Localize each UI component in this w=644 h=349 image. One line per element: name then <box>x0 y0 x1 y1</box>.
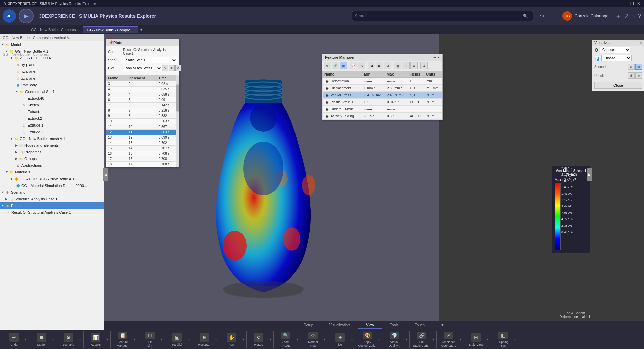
tree-item-nodes[interactable]: ▶ ⬜ Nodes and Elements <box>0 142 104 149</box>
viz-grid-btn1[interactable]: ⊞ <box>628 64 635 70</box>
tree-item-extract2[interactable]: — Extract.2 <box>0 115 104 122</box>
plots-scrollbar[interactable] <box>176 75 179 167</box>
tool-dropdown-pan[interactable]: ▾ <box>241 332 245 348</box>
step-select[interactable]: Static Step.1 <box>123 57 177 63</box>
plots-header[interactable]: 📌 Plots <box>106 39 179 46</box>
tree-item-mat-sim[interactable]: 🔷 GG - Material Simulation Domain0000... <box>0 182 104 189</box>
tab-add-button[interactable]: + <box>138 26 145 33</box>
tree-item-gg-mesh[interactable]: ▼ 📁 GG - New Bottle - mesh A.1 <box>0 135 104 142</box>
tree-item-gg-hdpe[interactable]: ▼ 🔶 GG - HDPE (GG - New Bottle A.1) <box>0 176 104 182</box>
share-icon[interactable]: ↗ <box>624 12 629 20</box>
home-icon[interactable]: ⌂ <box>632 13 635 20</box>
fm-refresh-btn[interactable]: ↺ <box>324 62 331 69</box>
tool-button-ambience-overload...[interactable]: ☀AmbienceOverload... <box>439 332 459 348</box>
plot-eye-btn[interactable]: 👁 <box>169 65 175 71</box>
bottom-tab-view[interactable]: View <box>358 321 382 329</box>
tool-dropdown-model[interactable]: ▾ <box>51 332 55 348</box>
plot-edit-btn[interactable]: ✎ <box>162 65 168 71</box>
plots-scroll-thumb[interactable] <box>176 84 179 112</box>
table-row[interactable]: 12110.663 s <box>106 130 179 135</box>
fm-export-btn[interactable]: ⬇ <box>420 62 428 69</box>
search-input[interactable] <box>355 14 521 18</box>
table-row[interactable]: 1090.503 s <box>106 119 179 124</box>
table-row[interactable]: 870.218 s <box>106 108 179 113</box>
fm-filter-btn[interactable]: ▦ <box>394 62 401 69</box>
viz-close-button[interactable]: Close <box>594 82 642 89</box>
tree-item-result[interactable]: ▼ ◉ Result <box>0 202 104 209</box>
right-expand-button[interactable]: ▶ <box>587 168 592 181</box>
tool-button-zoom-in-out[interactable]: 🔍ZoomIn Out <box>276 332 296 348</box>
tool-dropdown-visual-quality...[interactable]: ▾ <box>405 332 408 348</box>
tree-item-extract1[interactable]: — Extract.1 <box>0 108 104 115</box>
table-row[interactable]: 320.02 s <box>106 81 179 87</box>
tool-dropdown-recenter[interactable]: ▾ <box>214 332 218 348</box>
tool-dropdown-scenario[interactable]: ▾ <box>78 332 82 348</box>
table-row[interactable]: 760.142 s <box>106 103 179 108</box>
search-icon[interactable]: 🔍 <box>521 11 530 21</box>
viz-close-icon[interactable]: × <box>640 41 642 45</box>
tool-dropdown-results[interactable]: ▾ <box>106 332 109 348</box>
tool-button-link-static-cam...[interactable]: 🔗LinkStatic Cam... <box>412 332 432 348</box>
table-row[interactable]: 17160.708 s <box>106 156 179 162</box>
table-row[interactable]: 16150.708 s <box>106 151 179 156</box>
fm-compare-btn[interactable]: ≡ <box>410 62 418 69</box>
left-collapse-button[interactable]: ◀ <box>103 168 108 181</box>
tool-dropdown-feature-manager[interactable]: ▾ <box>133 332 136 348</box>
fm-table-btn[interactable]: ⊞ <box>340 62 347 69</box>
col-increment[interactable]: Increment <box>127 75 157 81</box>
minimize-button[interactable]: ─ <box>623 1 628 6</box>
tool-dropdown-normal-view[interactable]: ▾ <box>323 332 326 348</box>
fm-col-max[interactable]: Max <box>385 71 408 78</box>
tool-dropdown-parallel[interactable]: ▾ <box>187 332 191 348</box>
viz-result-btn1[interactable]: ◉ <box>628 72 635 79</box>
tool-button-rotate[interactable]: ↻Rotate <box>249 332 269 348</box>
table-row[interactable]: 15140.707 s <box>106 146 179 151</box>
tree-item-xy-plane[interactable]: ▱ xy plane <box>0 61 104 68</box>
tree-item-properties[interactable]: ▶ 📋 Properties <box>0 149 104 155</box>
tool-button-parallel[interactable]: ▣Parallel <box>167 332 187 348</box>
table-row[interactable]: ◉Von Mi...tress.1 3.4...N_m2 2.4...N_m2 … <box>323 92 442 99</box>
tool-dropdown-undo[interactable]: ▾ <box>24 332 28 348</box>
viz-result-btn2[interactable]: ◈ <box>635 72 642 79</box>
table-row[interactable]: 430.035 s <box>106 87 179 92</box>
tool-dropdown-zoom-in-out[interactable]: ▾ <box>296 332 299 348</box>
bottom-tab-more[interactable]: ▼ <box>433 321 452 329</box>
table-row[interactable]: ◉Plastic Strain.1 0 * 0.0459 * PE... U N… <box>323 99 442 106</box>
table-row[interactable]: 540.058 s <box>106 92 179 97</box>
tab-active[interactable]: GG - New Bottle - Compre... <box>83 26 138 33</box>
fm-header[interactable]: Feature Manager ─ × <box>322 54 442 61</box>
table-row[interactable]: 11100.567 s <box>106 124 179 130</box>
fm-close-btn[interactable]: × <box>438 55 440 59</box>
tree-item-sketch1[interactable]: ✎ Sketch.1 <box>0 102 104 108</box>
tool-button-pan[interactable]: ✋Pan <box>221 332 241 348</box>
fm-settings-btn[interactable]: ⚙ <box>384 62 391 69</box>
tool-button-undo[interactable]: ↩Undo <box>4 332 24 348</box>
plot-close-btn[interactable]: ✕ <box>175 65 181 71</box>
fm-col-fields[interactable]: Fields <box>408 71 424 78</box>
play-button[interactable]: ▶ <box>19 9 34 23</box>
add-icon[interactable]: ＋ <box>615 12 621 20</box>
tool-dropdown-fit-all-in[interactable]: ▾ <box>160 332 163 348</box>
viz-minimize-icon[interactable]: ─ <box>637 41 639 45</box>
tool-dropdown-ambience-overload...[interactable]: ▾ <box>459 332 462 348</box>
fm-edit-btn[interactable]: ✎ <box>358 62 365 69</box>
col-time[interactable]: Time <box>157 75 179 81</box>
fm-minimize-btn[interactable]: ─ <box>434 55 436 59</box>
tool-dropdown-rotate[interactable]: ▾ <box>269 332 272 348</box>
table-row[interactable]: 650.091 s <box>106 97 179 103</box>
viz-result-select[interactable]: Choose... <box>601 55 632 61</box>
tree-item-yz-plane[interactable]: ▱ yz plane <box>0 68 104 75</box>
tool-button-recenter[interactable]: ⊕Recenter <box>194 332 214 348</box>
tab-inactive[interactable]: GG - New Bottle - Compres... <box>27 26 83 33</box>
table-row[interactable]: 13120.699 s <box>106 135 179 140</box>
tool-button-fit-all-in[interactable]: ⊡FitAll In <box>140 332 160 348</box>
tool-dropdown-apply-customized...[interactable]: ▾ <box>377 332 381 348</box>
tree-item-scenario[interactable]: ▼ ⚙ Scenario <box>0 189 104 196</box>
plot-select[interactable]: Von Mises Stress.1 <box>123 65 162 71</box>
tree-item-model[interactable]: ▼ 📁 Model <box>0 41 104 48</box>
tree-item-geoset[interactable]: ▼ 📁 Geometrical Set.1 <box>0 88 104 95</box>
viz-grid-btn2[interactable]: ⊠ <box>635 64 642 70</box>
table-row[interactable]: ◉Displacement.1 0 mm * 2.8...mm * U, U m… <box>323 85 442 92</box>
table-row[interactable]: 14130.702 s <box>106 140 179 146</box>
fm-link-btn[interactable]: 🔗 <box>332 62 339 69</box>
